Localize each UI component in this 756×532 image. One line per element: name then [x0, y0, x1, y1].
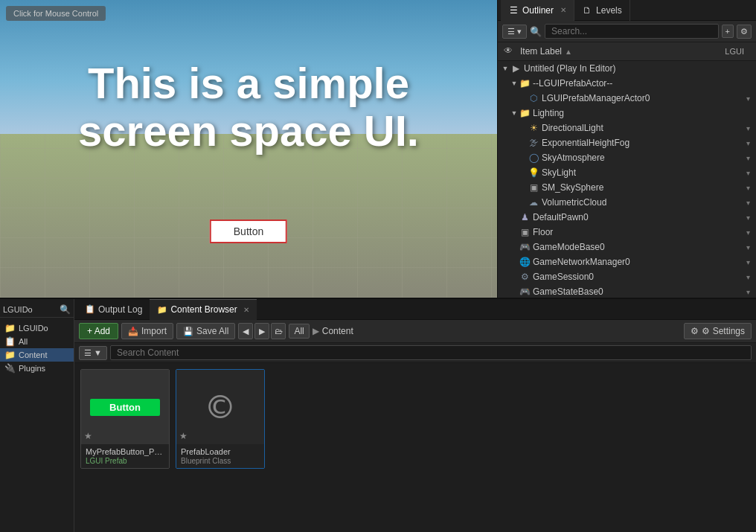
outliner-search-input[interactable]: [545, 24, 719, 39]
tree-label-volumetric_cloud: VolumetricCloud: [542, 197, 743, 208]
levels-tab-icon: 🗋: [582, 5, 592, 16]
tree-item-game_state_base[interactable]: 🎮GameStateBase0▾: [498, 284, 756, 298]
content-toolbar: + Add 📥 Import 💾 Save All ◀ ▶ 🗁 All ▶ Co…: [74, 320, 756, 343]
breadcrumb-all[interactable]: All: [289, 324, 309, 339]
tab-outliner[interactable]: ☰ Outliner ✕: [501, 0, 574, 21]
content-grid: Button ★ MyPrefabButton_Prefab LGUI Pref…: [74, 363, 756, 532]
filter-btn[interactable]: ☰ ▼: [79, 346, 107, 360]
tree-arrow-game_mode_base[interactable]: [510, 243, 519, 251]
tree-item-game_mode_base[interactable]: 🎮GameModeBase0▾: [498, 240, 756, 254]
tree-item-directional_light[interactable]: ☀DirectionalLight▾: [498, 121, 756, 135]
tree-item-sky_light[interactable]: 💡SkyLight▾: [498, 165, 756, 180]
tree-item-game_network_manager[interactable]: 🌐GameNetworkManager0▾: [498, 254, 756, 269]
nav-up-button[interactable]: 🗁: [271, 323, 286, 339]
tree-end-sm_sky_sphere[interactable]: ▾: [743, 182, 753, 193]
settings-button[interactable]: ⚙ ⚙ Settings: [684, 323, 752, 339]
prefab-preview-btn[interactable]: Button: [90, 399, 160, 416]
tree-arrow-sky_light[interactable]: [519, 168, 528, 177]
content-browser-tab-close[interactable]: ✕: [243, 306, 249, 314]
outliner-add-btn[interactable]: +: [722, 25, 734, 38]
outliner-tab-close[interactable]: ✕: [560, 6, 566, 14]
nav-forward-button[interactable]: ▶: [254, 323, 269, 339]
output-log-icon: 📋: [85, 304, 95, 314]
folder-icon-all: 📋: [4, 336, 16, 347]
tree-arrow-sm_sky_sphere[interactable]: [519, 183, 528, 192]
tree-item-lighting[interactable]: ▼📁Lighting: [498, 106, 756, 121]
tree-icon-volumetric_cloud: ☁: [528, 196, 539, 208]
tree-label-sky_atmosphere: SkyAtmosphere: [542, 153, 743, 163]
outliner-tree[interactable]: ▼▶Untitled (Play In Editor)▼📁--LGUIPrefa…: [498, 61, 756, 298]
tab-content-browser[interactable]: 📁 Content Browser ✕: [150, 299, 256, 320]
tree-icon-game_network_manager: 🌐: [519, 256, 531, 268]
tree-arrow-game_session[interactable]: [510, 272, 519, 281]
viewport-floor: [0, 134, 497, 298]
tree-end-game_state_base[interactable]: ▾: [743, 286, 753, 297]
tree-arrow-lighting[interactable]: ▼: [510, 109, 519, 118]
tree-arrow-sky_atmosphere[interactable]: [519, 153, 528, 162]
outliner-filter-btn[interactable]: ☰ ▾: [502, 25, 527, 39]
tree-end-sky_atmosphere[interactable]: ▾: [743, 153, 753, 163]
tree-item-lgui_prefab_manager[interactable]: ⬡LGUIPrefabManagerActor0▾: [498, 91, 756, 106]
tree-end-sky_light[interactable]: ▾: [743, 167, 753, 178]
tree-item-exp_height_fog[interactable]: 🌫ExponentialHeightFog▾: [498, 135, 756, 150]
tree-icon-sm_sky_sphere: ▣: [528, 182, 539, 193]
tab-levels[interactable]: 🗋 Levels: [574, 0, 630, 21]
content-browser-icon: 📁: [157, 305, 167, 315]
folder-search-icon[interactable]: 🔍: [60, 304, 71, 315]
tree-end-volumetric_cloud[interactable]: ▾: [743, 197, 753, 208]
content-search-input[interactable]: [110, 345, 752, 360]
viewport[interactable]: Click for Mouse Control This is a simple…: [0, 0, 497, 298]
tree-item-default_pawn[interactable]: ♟DefaultPawn0▾: [498, 210, 756, 225]
tab-output-log[interactable]: 📋 Output Log: [77, 299, 150, 320]
folder-icon-plugins: 🔌: [4, 363, 16, 374]
tree-item-lgui_prefab_actor[interactable]: ▼📁--LGUIPrefabActor--: [498, 76, 756, 91]
tree-arrow-exp_height_fog[interactable]: [519, 138, 528, 147]
viewport-click-hint[interactable]: Click for Mouse Control: [6, 6, 106, 21]
tree-end-game_network_manager[interactable]: ▾: [743, 257, 753, 267]
outliner-toolbar: ☰ ▾ 🔍 + ⚙: [498, 21, 756, 42]
tree-end-directional_light[interactable]: ▾: [743, 123, 753, 133]
folder-item-lgui_do[interactable]: 📁LGUIDo: [0, 321, 74, 335]
folder-tree-items: 📁LGUIDo📋All📁Content🔌Plugins: [0, 321, 74, 375]
tree-end-exp_height_fog[interactable]: ▾: [743, 138, 753, 148]
tree-end-game_mode_base[interactable]: ▾: [743, 242, 753, 252]
bottom-panel-tabs: 📋 Output Log 📁 Content Browser ✕: [74, 299, 756, 320]
folder-item-content[interactable]: 📁Content: [0, 348, 74, 362]
viewport-ui-button[interactable]: Button: [210, 219, 287, 243]
tree-end-floor[interactable]: ▾: [743, 227, 753, 237]
save-all-button[interactable]: 💾 Save All: [176, 323, 235, 339]
lgui-col-label: LGUI: [725, 47, 744, 56]
tree-arrow-game_state_base[interactable]: [510, 287, 519, 296]
settings-icon: ⚙: [691, 326, 699, 336]
tree-arrow-game_network_manager[interactable]: [510, 257, 519, 266]
asset-card-my_prefab_button[interactable]: Button ★ MyPrefabButton_Prefab LGUI Pref…: [80, 369, 170, 469]
tree-item-sky_atmosphere[interactable]: ◯SkyAtmosphere▾: [498, 150, 756, 165]
tree-arrow-volumetric_cloud[interactable]: [519, 198, 528, 207]
tree-end-lgui_prefab_manager[interactable]: ▾: [743, 93, 753, 103]
nav-back-button[interactable]: ◀: [238, 323, 253, 339]
tree-arrow-floor[interactable]: [510, 228, 519, 237]
tree-item-sm_sky_sphere[interactable]: ▣SM_SkySphere▾: [498, 180, 756, 195]
tree-item-floor[interactable]: ▣Floor▾: [498, 225, 756, 240]
add-button[interactable]: + Add: [79, 323, 118, 339]
tree-item-volumetric_cloud[interactable]: ☁VolumetricCloud▾: [498, 195, 756, 210]
tree-label-floor: Floor: [533, 227, 743, 237]
tree-arrow-default_pawn[interactable]: [510, 213, 519, 222]
tree-arrow-lgui_prefab_actor[interactable]: ▼: [510, 79, 519, 88]
folder-item-plugins[interactable]: 🔌Plugins: [0, 362, 74, 375]
item-label-col[interactable]: Item Label ▲: [520, 46, 725, 57]
folder-item-all[interactable]: 📋All: [0, 335, 74, 348]
breadcrumb-content[interactable]: Content: [322, 326, 353, 336]
asset-card-prefab_loader[interactable]: © ★ PrefabLoader Blueprint Class: [176, 369, 265, 469]
tree-arrow-play_in_editor[interactable]: ▼: [501, 64, 510, 73]
tree-end-default_pawn[interactable]: ▾: [743, 212, 753, 222]
import-button[interactable]: 📥 Import: [121, 323, 173, 339]
tree-end-game_session[interactable]: ▾: [743, 272, 753, 282]
tree-item-game_session[interactable]: ⚙GameSession0▾: [498, 269, 756, 284]
tree-arrow-lgui_prefab_manager[interactable]: [519, 94, 528, 103]
asset-name-my_prefab_button: MyPrefabButton_Prefab: [86, 447, 164, 456]
levels-tab-label: Levels: [596, 5, 622, 16]
tree-arrow-directional_light[interactable]: [519, 124, 528, 132]
outliner-settings-btn[interactable]: ⚙: [737, 25, 752, 39]
tree-item-play_in_editor[interactable]: ▼▶Untitled (Play In Editor): [498, 61, 756, 76]
